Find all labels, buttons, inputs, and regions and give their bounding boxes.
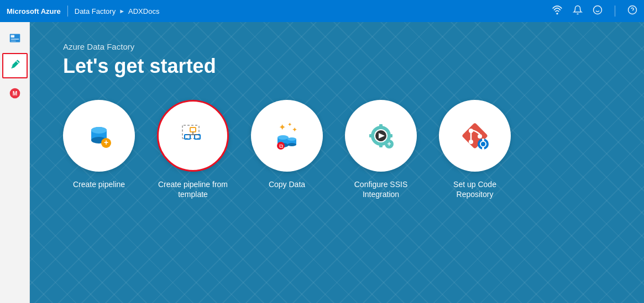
breadcrumb: Data Factory ► ADXDocs <box>75 7 160 15</box>
card-circle-template <box>157 100 229 172</box>
breadcrumb-adxdocs[interactable]: ADXDocs <box>128 7 159 15</box>
svg-rect-7 <box>11 35 14 38</box>
svg-text:✦: ✦ <box>292 126 297 134</box>
svg-point-35 <box>287 137 296 141</box>
brand-label: Microsoft Azure <box>7 7 61 15</box>
card-copy-data[interactable]: ✦ ✦ ✦ <box>251 100 323 189</box>
card-label-template: Create pipeline from template <box>157 179 229 199</box>
svg-rect-42 <box>369 134 374 137</box>
svg-rect-43 <box>388 134 392 137</box>
bell-icon[interactable] <box>573 5 583 18</box>
card-circle-copy-data: ✦ ✦ ✦ <box>251 100 323 172</box>
sidebar-item-author[interactable] <box>2 25 28 51</box>
svg-rect-40 <box>379 124 383 129</box>
topbar: Microsoft Azure Data Factory ► ADXDocs <box>0 0 644 22</box>
svg-text:+: + <box>104 138 108 147</box>
svg-rect-9 <box>11 41 15 41</box>
breadcrumb-arrow: ► <box>119 8 125 14</box>
svg-rect-8 <box>11 39 19 40</box>
content-subtitle: Azure Data Factory <box>63 42 611 51</box>
topbar-vert-divider <box>615 6 615 17</box>
topbar-right <box>552 4 637 18</box>
card-create-pipeline-template[interactable]: Create pipeline from template <box>157 100 229 199</box>
card-circle-code-repo <box>439 100 511 172</box>
card-label-copy-data: Copy Data <box>269 179 305 189</box>
card-label-create-pipeline: Create pipeline <box>73 179 125 189</box>
card-create-pipeline[interactable]: + Create pipeline <box>63 100 135 189</box>
svg-text:+: + <box>387 140 391 148</box>
svg-point-15 <box>91 127 107 134</box>
svg-point-0 <box>557 13 558 14</box>
help-icon[interactable] <box>627 5 637 18</box>
emoji-icon[interactable] <box>593 5 603 18</box>
sidebar-item-edit[interactable] <box>2 53 28 78</box>
card-circle-create-pipeline: + <box>63 100 135 172</box>
card-label-ssis: Configure SSIS Integration <box>345 179 417 199</box>
svg-point-31 <box>278 135 289 140</box>
card-setup-code-repo[interactable]: Set up Code Repository <box>439 100 511 199</box>
sidebar: M <box>0 22 30 303</box>
card-label-code-repo: Set up Code Repository <box>439 179 511 199</box>
card-configure-ssis[interactable]: + Configure SSIS Integration <box>345 100 417 199</box>
sidebar-item-monitor[interactable]: M <box>2 81 28 106</box>
svg-point-1 <box>594 6 602 14</box>
wifi-icon[interactable] <box>552 4 563 18</box>
svg-rect-55 <box>482 139 484 141</box>
svg-point-50 <box>469 140 473 144</box>
content-inner: Azure Data Factory Let's get started <box>63 42 611 199</box>
main-layout: M Azure Data Factory Let's get started <box>0 22 644 303</box>
svg-point-51 <box>478 134 482 139</box>
topbar-divider <box>67 6 68 17</box>
svg-text:⧉: ⧉ <box>279 143 283 149</box>
cards-row: + Create pipeline <box>63 100 611 199</box>
svg-text:✦: ✦ <box>287 121 292 127</box>
svg-rect-56 <box>482 147 484 150</box>
svg-text:✦: ✦ <box>279 123 286 132</box>
svg-text:M: M <box>12 91 17 97</box>
content-title: Let's get started <box>63 55 611 78</box>
content-area: Azure Data Factory Let's get started <box>30 22 644 303</box>
card-circle-ssis: + <box>345 100 417 172</box>
svg-point-34 <box>287 143 296 146</box>
svg-rect-41 <box>379 143 383 147</box>
breadcrumb-data-factory[interactable]: Data Factory <box>75 7 116 15</box>
svg-rect-19 <box>190 127 196 132</box>
